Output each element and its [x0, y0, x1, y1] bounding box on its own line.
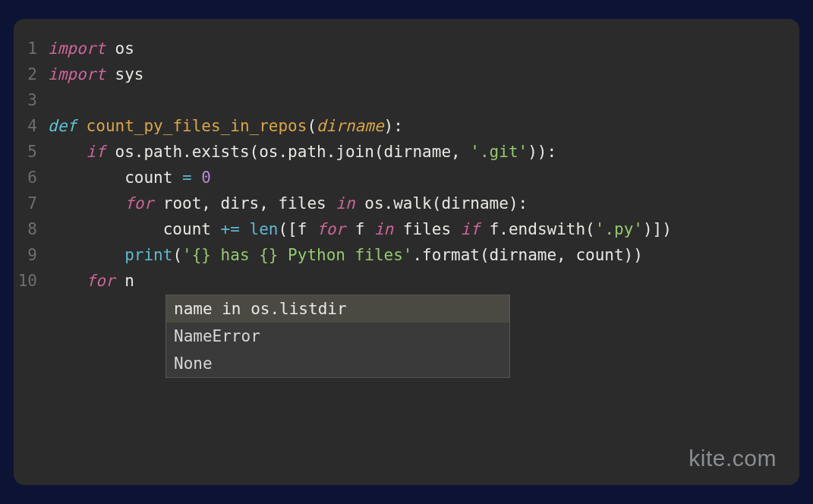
code-content[interactable]: count += len([f for f in files if f.ends…	[48, 216, 672, 242]
code-line[interactable]: 2import sys	[14, 61, 799, 87]
code-content[interactable]: import os	[48, 36, 134, 61]
code-line[interactable]: 8 count += len([f for f in files if f.en…	[14, 216, 799, 242]
line-number: 10	[14, 268, 48, 294]
line-number: 7	[14, 191, 48, 216]
code-content[interactable]: count = 0	[48, 165, 211, 191]
code-content[interactable]: for root, dirs, files in os.walk(dirname…	[48, 191, 528, 216]
code-line[interactable]: 10 for n	[14, 268, 799, 294]
code-content[interactable]: for n	[48, 268, 134, 294]
code-content[interactable]: import sys	[48, 61, 143, 87]
line-number: 5	[14, 139, 48, 165]
line-number: 1	[14, 36, 48, 61]
code-line[interactable]: 1import os	[14, 36, 799, 61]
line-number: 4	[14, 113, 48, 139]
code-content[interactable]: if os.path.exists(os.path.join(dirname, …	[48, 139, 556, 165]
autocomplete-item[interactable]: None	[166, 350, 509, 377]
line-number: 6	[14, 165, 48, 191]
code-line[interactable]: 9 print('{} has {} Python files'.format(…	[14, 242, 799, 268]
watermark: kite.com	[689, 446, 777, 471]
code-line[interactable]: 3	[14, 87, 799, 113]
autocomplete-item[interactable]: NameError	[166, 323, 509, 350]
code-editor[interactable]: 1import os2import sys34def count_py_file…	[14, 19, 799, 485]
code-lines: 1import os2import sys34def count_py_file…	[14, 36, 799, 294]
autocomplete-popup[interactable]: name in os.listdirNameErrorNone	[165, 295, 510, 378]
line-number: 9	[14, 242, 48, 268]
line-number: 8	[14, 216, 48, 242]
line-number: 3	[14, 87, 48, 113]
code-line[interactable]: 4def count_py_files_in_repos(dirname):	[14, 113, 799, 139]
autocomplete-item[interactable]: name in os.listdir	[166, 295, 509, 323]
code-line[interactable]: 7 for root, dirs, files in os.walk(dirna…	[14, 191, 799, 216]
code-line[interactable]: 6 count = 0	[14, 165, 799, 191]
code-content[interactable]: def count_py_files_in_repos(dirname):	[48, 113, 403, 139]
code-line[interactable]: 5 if os.path.exists(os.path.join(dirname…	[14, 139, 799, 165]
code-content[interactable]: print('{} has {} Python files'.format(di…	[48, 242, 643, 268]
line-number: 2	[14, 61, 48, 87]
